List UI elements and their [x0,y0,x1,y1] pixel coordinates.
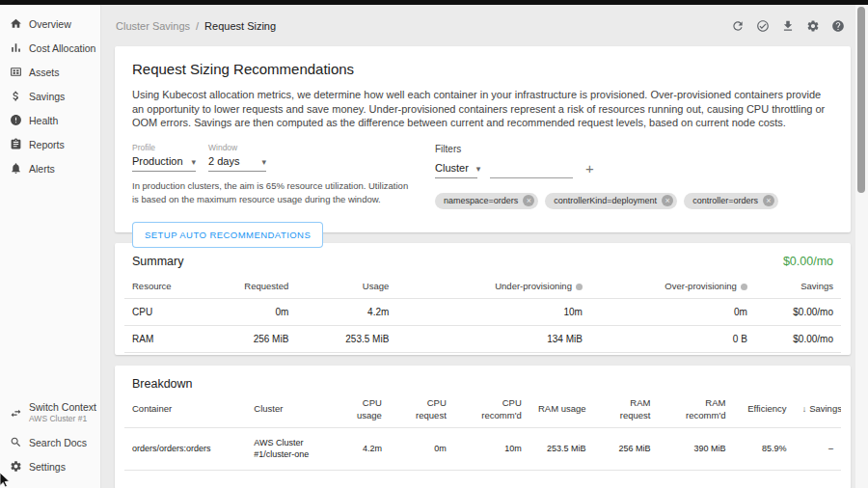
scrollbar-track [855,5,868,488]
bell-icon [10,162,22,175]
sidebar-item-label: Savings [29,91,65,102]
breadcrumb-parent-link[interactable]: Cluster Savings [116,20,190,32]
window-value: 2 days [208,155,239,167]
info-icon[interactable] [576,284,583,290]
profile-helper-text: In production clusters, the aim is 65% r… [132,179,410,206]
window-select[interactable]: Window 2 days [208,143,266,172]
breakdown-header-row: Container Cluster CPU usage CPU request … [124,393,841,427]
sidebar-item-health[interactable]: Health [0,108,100,132]
col-requested: Requested [210,275,296,298]
sidebar-item-reports[interactable]: Reports [0,132,100,156]
summary-card: Summary $0.00/mo Resource Requested Usag… [115,243,851,355]
col-cpu-recommended[interactable]: CPU recomm'd [454,393,529,427]
swap-arrows-icon [10,407,22,420]
sidebar-item-label: Settings [29,461,66,473]
summary-title: Summary [132,255,183,268]
summary-table: Resource Requested Usage Under-provision… [124,275,841,353]
col-cpu-request[interactable]: CPU request [390,393,454,427]
switch-context-label: Switch Context [29,401,96,414]
summary-row-cpu: CPU 0m 4.2m 10m 0m $0.00/mo [124,298,841,325]
mouse-cursor [0,473,11,488]
home-icon [10,17,22,30]
col-cpu-usage[interactable]: CPU usage [339,393,390,427]
window-label: Window [208,143,266,152]
col-container[interactable]: Container [124,393,246,427]
sidebar-item-label: Cost Allocation [29,42,95,54]
bar-chart-icon [10,41,22,54]
download-icon[interactable] [781,19,795,33]
sidebar-item-alerts[interactable]: Alerts [0,156,100,180]
col-ram-request[interactable]: RAM request [594,393,659,427]
sidebar-item-label: Search Docs [29,437,87,448]
remove-filter-icon[interactable] [763,195,774,206]
sidebar-item-label: Health [29,115,58,126]
chevron-down-icon [469,162,481,174]
profile-select[interactable]: Profile Production [132,143,196,172]
grid-icon [10,66,22,78]
col-savings: Savings [755,275,841,298]
profile-value: Production [132,155,183,167]
sidebar-nav-top: Overview Cost Allocation Assets Savings … [0,12,100,180]
gear-icon [10,460,22,473]
breakdown-row: orders/orders:orders AWS Cluster #1/clus… [124,427,841,470]
header-actions [731,19,845,33]
col-ram-recommended[interactable]: RAM recomm'd [658,393,733,427]
sidebar-item-switch-context[interactable]: Switch Context AWS Cluster #1 [0,395,100,430]
add-filter-icon[interactable] [585,161,594,178]
summary-header-row: Resource Requested Usage Under-provision… [124,275,841,298]
remove-filter-icon[interactable] [662,195,673,206]
sidebar-item-settings[interactable]: Settings [0,454,100,478]
filters-label: Filters [435,144,833,154]
filter-chip: namespace=orders [435,193,538,209]
main-content: Cluster Savings / Request Sizing [102,5,868,488]
breakdown-card: Breakdown Container Cluster CPU usage CP… [115,366,851,488]
breadcrumb: Cluster Savings / Request Sizing [116,20,276,32]
filter-type-select[interactable]: Cluster [435,162,477,178]
col-resource: Resource [124,275,210,298]
total-savings-value: $0.00/mo [783,255,833,268]
sidebar-item-label: Assets [29,67,60,78]
sidebar-item-assets[interactable]: Assets [0,60,100,84]
clipboard-icon [10,138,22,150]
filter-chips: namespace=orders controllerKind=deployme… [435,193,833,209]
chevron-down-icon [254,155,266,167]
error-circle-icon [10,114,22,126]
filter-chip: controllerKind=deployment [545,193,677,209]
summary-row-ram: RAM 256 MiB 253.5 MiB 134 MiB 0 B $0.00/… [124,325,841,352]
col-ram-usage[interactable]: RAM usage [529,393,594,427]
col-under-provisioning: Under-provisioning [396,275,590,298]
col-cluster[interactable]: Cluster [246,393,339,427]
col-savings-sorted[interactable]: Savings [795,393,841,427]
sidebar-item-savings[interactable]: Savings [0,84,100,108]
col-efficiency[interactable]: Efficiency [733,393,794,427]
check-circle-icon[interactable] [756,19,770,33]
page-title: Request Sizing Recommendations [132,61,833,77]
refresh-icon[interactable] [731,19,745,33]
gear-icon[interactable] [806,19,820,33]
sidebar-item-search-docs[interactable]: Search Docs [0,430,100,454]
breadcrumb-separator: / [196,20,199,32]
sidebar-item-label: Overview [29,18,71,30]
breakdown-table: Container Cluster CPU usage CPU request … [124,393,841,471]
app-window: Overview Cost Allocation Assets Savings … [0,0,868,488]
filter-value-input[interactable] [490,162,573,178]
sidebar-item-cost-allocation[interactable]: Cost Allocation [0,36,100,60]
description-text: Using Kubecost allocation metrics, we de… [132,88,833,130]
sidebar: Overview Cost Allocation Assets Savings … [0,5,101,488]
sidebar-item-label: Reports [29,139,65,150]
profile-label: Profile [132,143,196,152]
page-header: Cluster Savings / Request Sizing [102,5,868,46]
scrollbar-thumb[interactable] [857,7,865,193]
top-black-bar [0,0,868,5]
dollar-icon [10,90,22,102]
remove-filter-icon[interactable] [523,195,534,206]
sidebar-item-overview[interactable]: Overview [0,12,100,36]
search-icon [10,436,22,448]
sort-descending-icon [802,403,810,414]
info-icon[interactable] [741,284,747,290]
col-over-provisioning: Over-provisioning [590,275,755,298]
help-icon[interactable] [831,19,845,33]
setup-auto-recommendations-button[interactable]: SETUP AUTO RECOMMENDATIONS [132,222,323,248]
request-sizing-card: Request Sizing Recommendations Using Kub… [115,46,851,232]
col-usage: Usage [296,275,396,298]
